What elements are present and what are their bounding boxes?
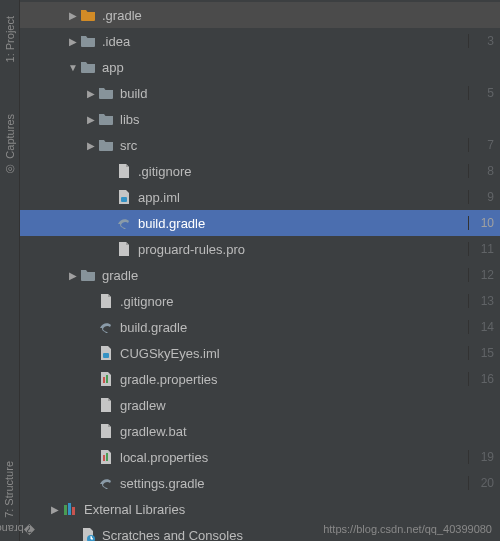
tree-row[interactable]: ▶CUGSkyEyes.iml15 — [20, 340, 500, 366]
line-number: 14 — [468, 320, 494, 334]
tree-row[interactable]: ▶app.iml9 — [20, 184, 500, 210]
tree-row[interactable]: ▶proguard-rules.pro11 — [20, 236, 500, 262]
tree-row[interactable]: ▶.gradle — [20, 2, 500, 28]
project-tree[interactable]: ▶.gradle▶.idea3▼app▶build5▶libs▶src7▶.gi… — [20, 0, 500, 541]
tree-row[interactable]: ▶libs — [20, 106, 500, 132]
chevron-down-icon[interactable]: ▼ — [66, 62, 80, 73]
line-number: 13 — [468, 294, 494, 308]
tree-row[interactable]: ▼app — [20, 54, 500, 80]
tree-row[interactable]: ▶gradlew — [20, 392, 500, 418]
tree-row[interactable]: ▶.gitignore8 — [20, 158, 500, 184]
chevron-right-icon[interactable]: ▶ — [48, 504, 62, 515]
left-tool-gutter: 1: Project ◎ Captures �branche 7: Struct… — [0, 0, 20, 541]
tree-item-label: settings.gradle — [120, 476, 464, 491]
tree-row[interactable]: ▶gradlew.bat — [20, 418, 500, 444]
gradle-icon — [98, 475, 114, 491]
tree-row[interactable]: ▶gradle12 — [20, 262, 500, 288]
watermark-text: https://blog.csdn.net/qq_40399080 — [323, 523, 492, 535]
tree-item-label: .gitignore — [138, 164, 464, 179]
tree-item-label: .idea — [102, 34, 464, 49]
scratch-icon — [80, 527, 96, 541]
folder-icon — [80, 267, 96, 283]
file-icon — [98, 293, 114, 309]
line-number: 3 — [468, 34, 494, 48]
iml-icon — [98, 345, 114, 361]
chevron-right-icon[interactable]: ▶ — [66, 10, 80, 21]
libs-icon — [62, 501, 78, 517]
line-number: 5 — [468, 86, 494, 100]
gradle-icon — [116, 215, 132, 231]
tree-item-label: .gradle — [102, 8, 464, 23]
line-number: 8 — [468, 164, 494, 178]
folder-icon — [80, 33, 96, 49]
tree-item-label: proguard-rules.pro — [138, 242, 464, 257]
tree-item-label: build — [120, 86, 464, 101]
tree-row[interactable]: ▶.gitignore13 — [20, 288, 500, 314]
file-icon — [98, 397, 114, 413]
line-number: 10 — [468, 216, 494, 230]
project-tree-panel: ▶.gradle▶.idea3▼app▶build5▶libs▶src7▶.gi… — [20, 0, 500, 541]
tree-row[interactable]: ▶build5 — [20, 80, 500, 106]
tree-item-label: libs — [120, 112, 464, 127]
file-icon — [98, 423, 114, 439]
folder-icon — [98, 137, 114, 153]
folder-icon — [80, 59, 96, 75]
tree-item-label: build.gradle — [120, 320, 464, 335]
line-number: 15 — [468, 346, 494, 360]
tree-row[interactable]: ▶External Libraries — [20, 496, 500, 522]
tree-item-label: app.iml — [138, 190, 464, 205]
tree-item-label: .gitignore — [120, 294, 464, 309]
tree-item-label: gradlew.bat — [120, 424, 464, 439]
file-icon — [116, 241, 132, 257]
gutter-tab-project[interactable]: 1: Project — [2, 10, 18, 68]
chevron-right-icon[interactable]: ▶ — [66, 270, 80, 281]
line-number: 16 — [468, 372, 494, 386]
tree-item-label: CUGSkyEyes.iml — [120, 346, 464, 361]
chevron-right-icon[interactable]: ▶ — [84, 114, 98, 125]
chevron-right-icon[interactable]: ▶ — [84, 140, 98, 151]
tree-item-label: gradle.properties — [120, 372, 464, 387]
gradle-icon — [98, 319, 114, 335]
tree-row[interactable]: ▶src7 — [20, 132, 500, 158]
line-number: 19 — [468, 450, 494, 464]
tree-row[interactable]: ▶local.properties19 — [20, 444, 500, 470]
tree-row[interactable]: ▶.idea3 — [20, 28, 500, 54]
tree-item-label: External Libraries — [84, 502, 464, 517]
tree-row[interactable]: ▶build.gradle14 — [20, 314, 500, 340]
gutter-tab-captures[interactable]: ◎ Captures — [2, 108, 18, 182]
tree-item-label: gradle — [102, 268, 464, 283]
tree-item-label: src — [120, 138, 464, 153]
props-icon — [98, 449, 114, 465]
line-number: 11 — [468, 242, 494, 256]
chevron-right-icon[interactable]: ▶ — [84, 88, 98, 99]
tree-row[interactable]: ▶gradle.properties16 — [20, 366, 500, 392]
file-icon — [116, 163, 132, 179]
line-number: 12 — [468, 268, 494, 282]
tree-item-label: local.properties — [120, 450, 464, 465]
tree-item-label: gradlew — [120, 398, 464, 413]
tree-item-label: app — [102, 60, 464, 75]
chevron-right-icon[interactable]: ▶ — [66, 36, 80, 47]
tree-item-label: build.gradle — [138, 216, 464, 231]
line-number: 9 — [468, 190, 494, 204]
line-number: 20 — [468, 476, 494, 490]
tree-row[interactable]: ▶build.gradle10 — [20, 210, 500, 236]
iml-icon — [116, 189, 132, 205]
line-number: 7 — [468, 138, 494, 152]
props-icon — [98, 371, 114, 387]
tree-row[interactable]: ▶settings.gradle20 — [20, 470, 500, 496]
folder-orange-icon — [80, 7, 96, 23]
folder-icon — [98, 85, 114, 101]
folder-icon — [98, 111, 114, 127]
